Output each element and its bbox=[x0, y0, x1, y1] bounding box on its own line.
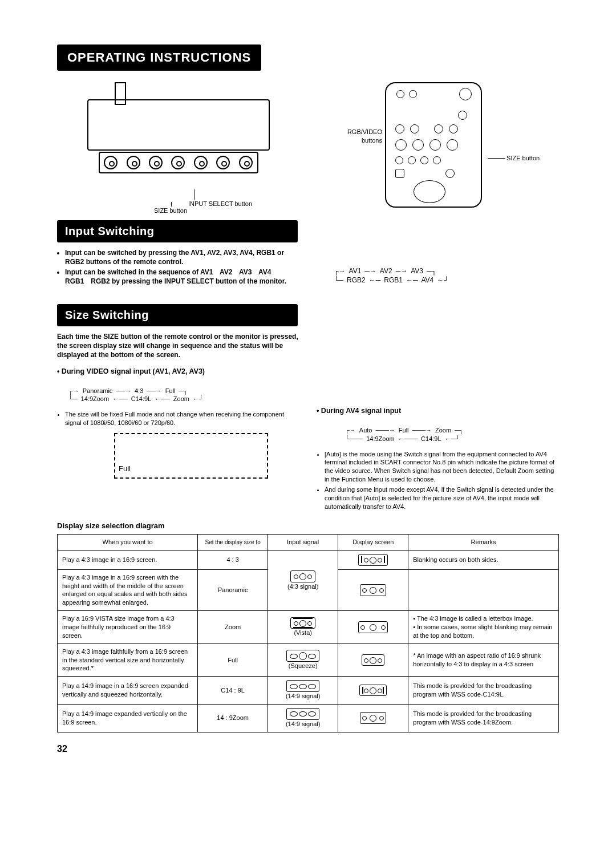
table-row: Play a 14:9 image expanded vertically on… bbox=[58, 704, 559, 732]
cell-want: Play a 16:9 VISTA size image from a 4:3 … bbox=[58, 611, 198, 644]
th-want: When you want to bbox=[58, 535, 198, 551]
seq-av3: AV3 bbox=[411, 266, 423, 276]
cell-input: (14:9 signal) bbox=[268, 677, 338, 705]
cell-input-label: (4:3 signal) bbox=[287, 583, 318, 590]
input-switching-diagram: ┌→ AV1 ─→ AV2 ─→ AV3 ─┐ └─ RGB2 ←─ RGB1 … bbox=[317, 248, 559, 292]
aseq-full: Full bbox=[399, 426, 409, 435]
size-switching-intro: Each time the SIZE button of the remote … bbox=[57, 332, 299, 360]
cell-size: 4 : 3 bbox=[198, 550, 268, 569]
size-btn-label: SIZE button bbox=[154, 207, 187, 214]
table-row: Play a 4:3 image faithfully from a 16:9 … bbox=[58, 643, 559, 677]
vseq-149zoom: 14:9Zoom bbox=[81, 395, 110, 403]
cell-input: (Vista) bbox=[268, 611, 338, 644]
cell-input-label: (14:9 signal) bbox=[286, 721, 321, 727]
input-switching-text: Input can be switched by pressing the AV… bbox=[57, 248, 299, 292]
cell-display bbox=[338, 704, 408, 732]
cell-input: (Squeeze) bbox=[268, 643, 338, 677]
vseq-c149l: C14:9L bbox=[131, 395, 151, 403]
size-btn-label-remote: SIZE button bbox=[506, 155, 540, 161]
table-header-row: When you want to Set the display size to… bbox=[58, 535, 559, 551]
cell-remarks: * An image with an aspect ratio of 16:9 … bbox=[408, 643, 559, 677]
cell-remarks: Blanking occurs on both sides. bbox=[408, 550, 559, 569]
callout-rgb-video: RGB/VIDEO buttons bbox=[328, 128, 382, 145]
aseq-c149l: C14:9L bbox=[421, 435, 441, 443]
cell-remarks: This mode is provided for the broadcasti… bbox=[408, 704, 559, 732]
cell-want: Play a 4:3 image in a 16:9 screen. bbox=[58, 550, 198, 569]
cell-want: Play a 4:3 image in a 16:9 screen with t… bbox=[58, 569, 198, 610]
cell-want: Play a 4:3 image faithfully from a 16:9 … bbox=[58, 643, 198, 677]
vseq-panoramic: Panoramic bbox=[83, 387, 113, 395]
cell-display bbox=[338, 643, 408, 677]
cell-size: C14 : 9L bbox=[198, 677, 268, 705]
table-title: Display size selection diagram bbox=[57, 521, 559, 531]
cell-display bbox=[338, 569, 408, 610]
video-sequence: ┌→ Panoramic ──→ 4:3 ──→ Full ─┐ └─ 14:9… bbox=[57, 380, 299, 411]
aseq-auto: Auto bbox=[359, 426, 372, 435]
th-remarks: Remarks bbox=[408, 535, 559, 551]
table-row: Play a 16:9 VISTA size image from a 4:3 … bbox=[58, 611, 559, 644]
th-input: Input signal bbox=[268, 535, 338, 551]
table-row: Play a 4:3 image in a 16:9 screen. 4 : 3… bbox=[58, 550, 559, 569]
av4-input-heading: • During AV4 signal input bbox=[317, 406, 559, 416]
callout-input-select: INPUT SELECT button bbox=[188, 189, 291, 208]
input-bullet-1: Input can be switched by pressing the AV… bbox=[65, 248, 299, 266]
page-header: OPERATING INSTRUCTIONS bbox=[57, 44, 261, 71]
av4-note-1: [Auto] is the mode using the Switch sign… bbox=[325, 450, 559, 484]
page-number: 32 bbox=[57, 743, 559, 755]
av4-note-2: And during some input mode except AV4, i… bbox=[325, 485, 559, 511]
size-switching-row: Each time the SIZE button of the remote … bbox=[57, 332, 559, 512]
cell-remarks bbox=[408, 569, 559, 610]
seq-av1: AV1 bbox=[349, 266, 362, 276]
cell-size: Zoom bbox=[198, 611, 268, 644]
video-note: The size will be fixed Full mode and not… bbox=[65, 410, 299, 427]
th-display: Display screen bbox=[338, 535, 408, 551]
monitor-diagram: INPUT SELECT button SIZE button bbox=[57, 82, 299, 208]
cell-input-label: (14:9 signal) bbox=[286, 693, 321, 699]
remote-outline bbox=[385, 82, 482, 208]
cell-size: 14 : 9Zoom bbox=[198, 704, 268, 732]
cell-input-label: (Squeeze) bbox=[289, 662, 318, 669]
cell-input: (4:3 signal) bbox=[268, 550, 338, 610]
dash-box: Full bbox=[114, 433, 268, 479]
size-switching-right: • During AV4 signal input ┌→ Auto ───→ F… bbox=[317, 332, 559, 512]
cell-input: (14:9 signal) bbox=[268, 704, 338, 732]
input-switching-bullets: Input can be switched by pressing the AV… bbox=[65, 248, 299, 286]
video-input-heading: • During VIDEO signal input (AV1, AV2, A… bbox=[57, 367, 299, 377]
size-switching-left: Each time the SIZE button of the remote … bbox=[57, 332, 299, 512]
top-illustration-row: INPUT SELECT button SIZE button RGB/VIDE… bbox=[57, 82, 559, 208]
seq-rgb1: RGB1 bbox=[384, 276, 403, 285]
aseq-149zoom: 14:9Zoom bbox=[366, 435, 395, 443]
seq-rgb2: RGB2 bbox=[347, 276, 366, 285]
vseq-full: Full bbox=[165, 387, 176, 395]
size-table: When you want to Set the display size to… bbox=[57, 534, 559, 732]
th-size: Set the display size to bbox=[198, 535, 268, 551]
vseq-43: 4:3 bbox=[135, 387, 143, 395]
seq-av2: AV2 bbox=[380, 266, 392, 276]
cell-want: Play a 14:9 image expanded vertically on… bbox=[58, 704, 198, 732]
cell-display bbox=[338, 677, 408, 705]
seq-av4: AV4 bbox=[421, 276, 433, 285]
callout-size-btn: SIZE button bbox=[154, 202, 187, 215]
input-switching-row: Input can be switched by pressing the AV… bbox=[57, 248, 559, 292]
input-bullet-2: Input can be switched in the sequence of… bbox=[65, 268, 299, 286]
rgb-video-label: RGB/VIDEO buttons bbox=[347, 128, 382, 144]
remote-diagram: RGB/VIDEO buttons SIZE button bbox=[317, 82, 559, 208]
cell-size: Panoramic bbox=[198, 569, 268, 610]
table-row: Play a 14:9 image in a 16:9 screen expan… bbox=[58, 677, 559, 705]
input-select-label: INPUT SELECT button bbox=[188, 200, 252, 207]
monitor-outline bbox=[87, 82, 270, 179]
vseq-zoom: Zoom bbox=[173, 395, 189, 403]
cell-remarks: • The 4:3 image is called a letterbox im… bbox=[408, 611, 559, 644]
dash-box-label: Full bbox=[119, 464, 131, 474]
monitor-button-row bbox=[99, 152, 258, 173]
section-size-switching-title: Size Switching bbox=[57, 304, 298, 326]
aseq-zoom: Zoom bbox=[435, 426, 451, 435]
cell-input-label: (Vista) bbox=[294, 629, 312, 636]
cell-want: Play a 14:9 image in a 16:9 screen expan… bbox=[58, 677, 198, 705]
cell-size: Full bbox=[198, 643, 268, 677]
callout-size-btn-remote: SIZE button bbox=[488, 154, 540, 163]
cell-display bbox=[338, 611, 408, 644]
mini-screen-icon bbox=[290, 570, 315, 582]
cell-display bbox=[338, 550, 408, 569]
section-input-switching-title: Input Switching bbox=[57, 220, 298, 242]
